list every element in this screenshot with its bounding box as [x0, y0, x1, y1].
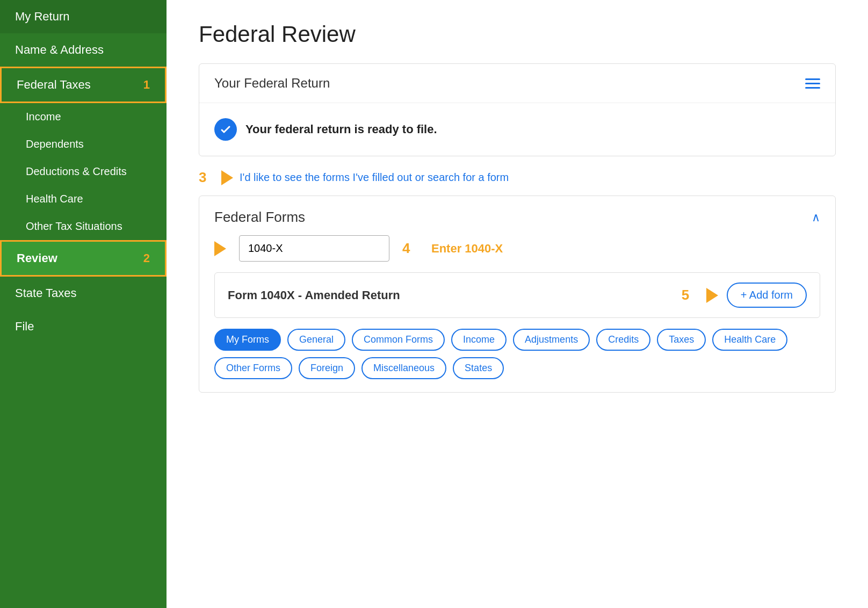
- form-tags-section: My FormsGeneralCommon FormsIncomeAdjustm…: [214, 329, 820, 379]
- sidebar-item-review[interactable]: Review 2: [0, 240, 167, 277]
- step4-arrow-container: [214, 241, 226, 256]
- form-search-input[interactable]: [239, 235, 389, 262]
- step3-number: 3: [199, 169, 215, 186]
- sidebar-item-file-label: File: [15, 320, 34, 334]
- step5-container: 5 + Add form: [682, 283, 807, 308]
- main-content: Federal Review Your Federal Return Your …: [167, 0, 868, 608]
- step4-search-row: 4 Enter 1040-X: [214, 235, 820, 262]
- ready-message-text: Your federal return is ready to file.: [245, 122, 437, 136]
- sidebar-item-state-taxes[interactable]: State Taxes: [0, 277, 167, 310]
- tag-common-forms[interactable]: Common Forms: [352, 329, 445, 351]
- forms-section-title: Federal Forms: [214, 209, 305, 226]
- sidebar-item-dependents-label: Dependents: [26, 138, 84, 150]
- sidebar-item-other-tax-situations-label: Other Tax Situations: [26, 220, 122, 232]
- sidebar-item-income[interactable]: Income: [0, 103, 167, 131]
- ready-message-row: Your federal return is ready to file.: [214, 118, 820, 141]
- tag-general[interactable]: General: [287, 329, 345, 351]
- sidebar: My Return Name & Address Federal Taxes 1…: [0, 0, 167, 608]
- federal-taxes-badge: 1: [143, 78, 150, 92]
- tag-health-care[interactable]: Health Care: [712, 329, 787, 351]
- step5-arrow-icon: [706, 288, 718, 303]
- federal-return-card-header: Your Federal Return: [199, 64, 835, 103]
- sidebar-item-deductions-credits-label: Deductions & Credits: [26, 165, 127, 177]
- review-badge: 2: [143, 251, 150, 265]
- federal-return-card: Your Federal Return Your federal return …: [199, 63, 836, 156]
- tag-income[interactable]: Income: [451, 329, 507, 351]
- forms-section-header: Federal Forms ∧: [214, 209, 820, 226]
- sidebar-item-name-address-label: Name & Address: [15, 43, 104, 57]
- add-form-button[interactable]: + Add form: [727, 283, 807, 308]
- federal-return-card-body: Your federal return is ready to file.: [199, 103, 835, 156]
- step3-row: 3 I'd like to see the forms I've filled …: [199, 169, 836, 186]
- sidebar-item-dependents[interactable]: Dependents: [0, 131, 167, 158]
- sidebar-item-name-address[interactable]: Name & Address: [0, 33, 167, 67]
- sidebar-item-my-return[interactable]: My Return: [0, 0, 167, 33]
- federal-return-card-title: Your Federal Return: [214, 76, 330, 91]
- tag-states[interactable]: States: [453, 357, 504, 379]
- form-result-name: Form 1040X - Amended Return: [228, 288, 400, 302]
- sidebar-item-federal-taxes[interactable]: Federal Taxes 1: [0, 67, 167, 103]
- enter-label: Enter 1040-X: [431, 242, 503, 256]
- federal-forms-section: Federal Forms ∧ 4 Enter 1040-X Form 1040…: [199, 196, 836, 393]
- sidebar-item-deductions-credits[interactable]: Deductions & Credits: [0, 158, 167, 185]
- sidebar-item-health-care-label: Health Care: [26, 193, 83, 205]
- step4-number: 4: [402, 240, 418, 257]
- tag-my-forms[interactable]: My Forms: [214, 329, 281, 351]
- sidebar-item-file[interactable]: File: [0, 310, 167, 343]
- tag-miscellaneous[interactable]: Miscellaneous: [361, 357, 446, 379]
- form-result-row: Form 1040X - Amended Return 5 + Add form: [214, 272, 820, 318]
- form-result-left: Form 1040X - Amended Return: [228, 288, 400, 302]
- sidebar-item-income-label: Income: [26, 111, 61, 122]
- sidebar-item-other-tax-situations[interactable]: Other Tax Situations: [0, 213, 167, 240]
- sidebar-item-review-label: Review: [17, 251, 57, 265]
- sidebar-item-state-taxes-label: State Taxes: [15, 286, 77, 300]
- tag-taxes[interactable]: Taxes: [657, 329, 706, 351]
- tag-adjustments[interactable]: Adjustments: [513, 329, 590, 351]
- chevron-up-icon[interactable]: ∧: [812, 211, 820, 225]
- check-circle-icon: [214, 118, 237, 141]
- tag-credits[interactable]: Credits: [596, 329, 650, 351]
- tag-other-forms[interactable]: Other Forms: [214, 357, 292, 379]
- step3-link[interactable]: I'd like to see the forms I've filled ou…: [240, 171, 509, 184]
- step4-arrow-icon: [214, 241, 226, 256]
- page-title: Federal Review: [199, 21, 836, 47]
- sidebar-item-federal-taxes-label: Federal Taxes: [17, 78, 91, 92]
- sidebar-item-my-return-label: My Return: [15, 10, 69, 24]
- step3-arrow-icon: [221, 170, 233, 185]
- tag-foreign[interactable]: Foreign: [299, 357, 355, 379]
- hamburger-menu-icon[interactable]: [805, 78, 820, 89]
- sidebar-item-health-care[interactable]: Health Care: [0, 185, 167, 213]
- step5-number: 5: [682, 287, 698, 303]
